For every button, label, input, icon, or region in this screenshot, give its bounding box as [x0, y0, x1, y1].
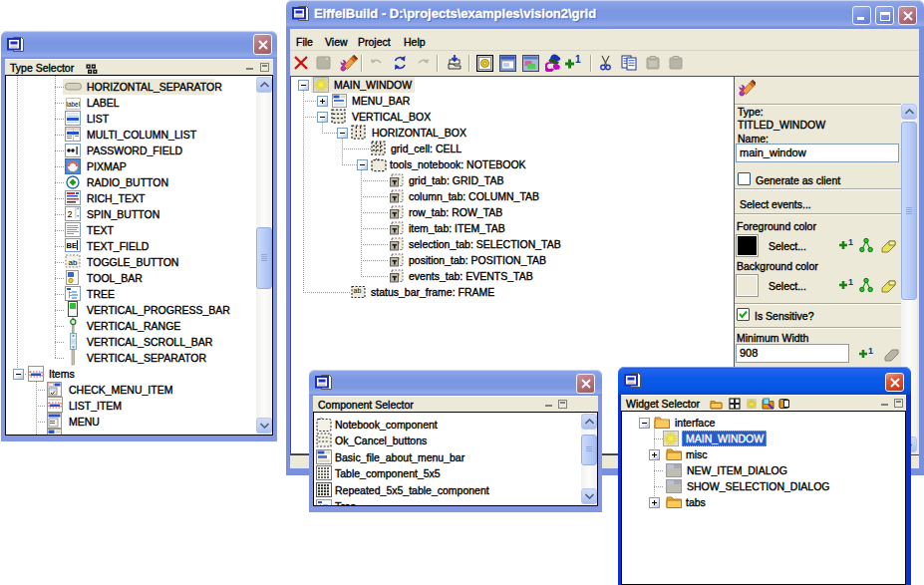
svg-text:1: 1 — [848, 237, 853, 247]
svg-text:label: label — [67, 101, 81, 108]
svg-text:2: 2 — [68, 209, 73, 219]
svg-text:1: 1 — [868, 346, 873, 356]
svg-text:BE: BE — [67, 241, 77, 250]
svg-text:1: 1 — [848, 277, 853, 287]
svg-text:ab: ab — [69, 258, 78, 267]
svg-text:ab: ab — [354, 287, 362, 294]
svg-text:1: 1 — [575, 55, 581, 65]
